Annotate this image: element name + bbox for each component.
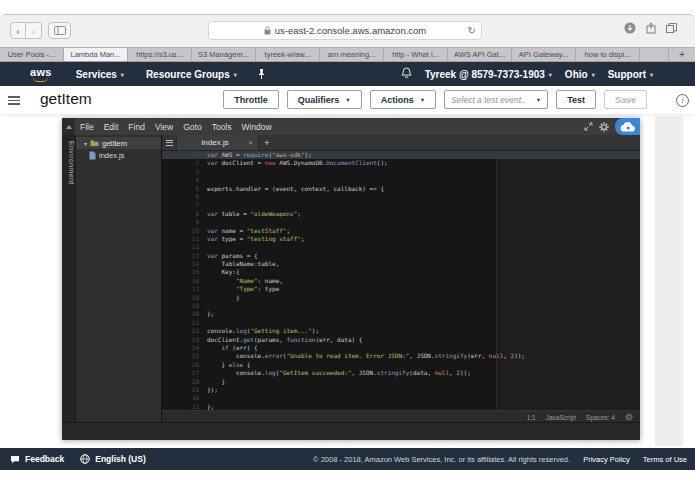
indentation-setting[interactable]: Spaces: 4 bbox=[586, 414, 615, 421]
tabs-overview-button[interactable] bbox=[666, 23, 677, 33]
cursor-position[interactable]: 1:1 bbox=[527, 414, 536, 421]
refresh-icon[interactable]: ↻ bbox=[468, 26, 476, 36]
line-number: 23 bbox=[162, 336, 204, 344]
function-header: getItem ThrottleQualifiers▼Actions▼ Sele… bbox=[0, 86, 695, 114]
menubar-collapse-icon[interactable] bbox=[62, 118, 75, 135]
browser-tab-lambda-man[interactable]: Lambda Man... bbox=[64, 48, 128, 61]
browser-tab-arn-meaning[interactable]: arn meaning... bbox=[320, 48, 384, 61]
tree-file-indexjs[interactable]: index.js bbox=[76, 149, 161, 161]
downloads-button[interactable] bbox=[624, 22, 636, 34]
screen: ‹ › us-east-2.console.aws.amazon.com ↻ U… bbox=[0, 0, 695, 494]
qualifiers-button[interactable]: Qualifiers▼ bbox=[287, 90, 362, 109]
browser-tab-user-pools[interactable]: User Pools -... bbox=[0, 48, 64, 61]
code-line: 27 console.log("GetItem succeeded:", JSO… bbox=[162, 369, 640, 377]
aws-footer: Feedback English (US) © 2008 - 2018, Ama… bbox=[0, 448, 695, 470]
code-line: 24 if (err) { bbox=[162, 344, 640, 352]
code-editor[interactable]: 1var AWS = require("aws-sdk");2var docCl… bbox=[162, 151, 640, 410]
language-mode[interactable]: JavaScript bbox=[546, 414, 576, 421]
nav-menu-resource-groups[interactable]: Resource Groups▾ bbox=[146, 69, 237, 80]
line-number: 9 bbox=[162, 218, 204, 226]
line-number: 2 bbox=[162, 159, 204, 167]
language-selector[interactable]: English (US) bbox=[80, 454, 146, 464]
code-text: docClient.get(params, function(err, data… bbox=[204, 336, 362, 344]
save-button[interactable]: Save bbox=[604, 90, 647, 109]
editor-menu-window[interactable]: Window bbox=[236, 122, 276, 132]
code-line: 13var params = { bbox=[162, 252, 640, 260]
editor-menu-edit[interactable]: Edit bbox=[99, 122, 124, 132]
button-label: Throttle bbox=[234, 95, 268, 105]
throttle-button[interactable]: Throttle bbox=[223, 90, 279, 109]
line-number: 5 bbox=[162, 185, 204, 193]
browser-tab-s3-managem[interactable]: S3 Managem... bbox=[192, 48, 256, 61]
info-icon[interactable]: i bbox=[676, 94, 689, 107]
code-line: 7 bbox=[162, 201, 640, 209]
button-label: Actions bbox=[381, 95, 414, 105]
console-menu-hamburger-icon[interactable] bbox=[8, 96, 20, 107]
editor-menu-tools[interactable]: Tools bbox=[207, 122, 237, 132]
close-icon[interactable]: × bbox=[248, 138, 253, 147]
code-text: var AWS = require("aws-sdk"); bbox=[204, 151, 312, 159]
code-line: 17 "Type": type bbox=[162, 285, 640, 293]
code-line: 16 "Name": name, bbox=[162, 277, 640, 285]
browser-tab-api-gateway[interactable]: API Gateway... bbox=[512, 48, 576, 61]
nav-menu-services[interactable]: Services▾ bbox=[76, 69, 124, 80]
share-button[interactable] bbox=[646, 22, 656, 34]
account-menu[interactable]: Tyreek @ 8579-7373-1903▾ bbox=[425, 69, 552, 80]
tree-folder-getitem[interactable]: ▾ getItem bbox=[76, 137, 161, 149]
back-button[interactable]: ‹ bbox=[10, 22, 26, 39]
line-number: 21 bbox=[162, 319, 204, 327]
code-line: 22console.log("Getting item..."); bbox=[162, 327, 640, 335]
feedback-link[interactable]: Feedback bbox=[10, 454, 64, 464]
terms-of-use-link[interactable]: Terms of Use bbox=[643, 455, 687, 464]
code-line: 19 bbox=[162, 302, 640, 310]
forward-button[interactable]: › bbox=[26, 22, 42, 39]
language-label: English (US) bbox=[95, 454, 146, 464]
code-text: }); bbox=[204, 386, 218, 394]
line-number: 22 bbox=[162, 327, 204, 335]
pushpin-icon[interactable] bbox=[257, 68, 266, 80]
actions-button[interactable]: Actions▼ bbox=[370, 90, 436, 109]
test-button[interactable]: Test bbox=[556, 90, 596, 109]
code-line: 3 bbox=[162, 168, 640, 176]
environment-tab[interactable]: Environment bbox=[62, 135, 76, 423]
region-menu[interactable]: Ohio▾ bbox=[565, 69, 595, 80]
editor-menu-view[interactable]: View bbox=[150, 122, 178, 132]
browser-tab-how-to-displ[interactable]: how to displ... bbox=[576, 48, 640, 61]
sidebar-toggle-button[interactable] bbox=[48, 22, 71, 39]
code-line: 26 } else { bbox=[162, 361, 640, 369]
code-text bbox=[204, 218, 207, 226]
test-event-select[interactable]: Select a test event.. ▼ bbox=[444, 90, 548, 109]
fullscreen-icon[interactable] bbox=[584, 122, 593, 131]
code-line: 23docClient.get(params, function(err, da… bbox=[162, 336, 640, 344]
globe-icon bbox=[80, 454, 90, 464]
cloud9-logo[interactable] bbox=[615, 118, 640, 135]
code-text: "Name": name, bbox=[204, 277, 283, 285]
editor-tab-indexjs[interactable]: index.js × bbox=[177, 135, 259, 150]
new-editor-tab-button[interactable]: + bbox=[259, 135, 275, 150]
editor-menu-find[interactable]: Find bbox=[123, 122, 150, 132]
notifications-bell-icon[interactable] bbox=[401, 67, 412, 81]
editor-menu-goto[interactable]: Goto bbox=[178, 122, 206, 132]
file-tree: ▾ getItem index.js bbox=[76, 135, 162, 423]
support-menu[interactable]: Support▾ bbox=[608, 69, 653, 80]
line-number: 18 bbox=[162, 294, 204, 302]
collapsed-console-bar[interactable] bbox=[62, 422, 640, 440]
aws-logo[interactable]: aws bbox=[30, 67, 52, 82]
browser-tab-aws-api-gat[interactable]: AWS API Gat... bbox=[448, 48, 512, 61]
browser-tab-http-what-i[interactable]: http - What i... bbox=[384, 48, 448, 61]
preferences-gear-icon[interactable] bbox=[599, 122, 609, 132]
feedback-label: Feedback bbox=[25, 454, 64, 464]
line-number: 28 bbox=[162, 378, 204, 386]
address-bar[interactable]: us-east-2.console.aws.amazon.com ↻ bbox=[208, 21, 482, 40]
button-label: Qualifiers bbox=[298, 95, 340, 105]
browser-tab-https-s3-us[interactable]: https://s3.us... bbox=[128, 48, 192, 61]
editor-menu-file[interactable]: File bbox=[75, 122, 99, 132]
code-text: } bbox=[204, 378, 225, 386]
status-gear-icon[interactable] bbox=[625, 413, 633, 421]
browser-tab-tyreek-w-aw[interactable]: tyreek-w/aw... bbox=[256, 48, 320, 61]
open-files-list-icon[interactable] bbox=[162, 135, 177, 150]
editor-tab-label: index.js bbox=[182, 138, 248, 147]
privacy-policy-link[interactable]: Privacy Policy bbox=[583, 455, 630, 464]
new-browser-tab-button[interactable]: + bbox=[669, 48, 695, 61]
chevron-down-icon: ▾ bbox=[592, 71, 595, 78]
